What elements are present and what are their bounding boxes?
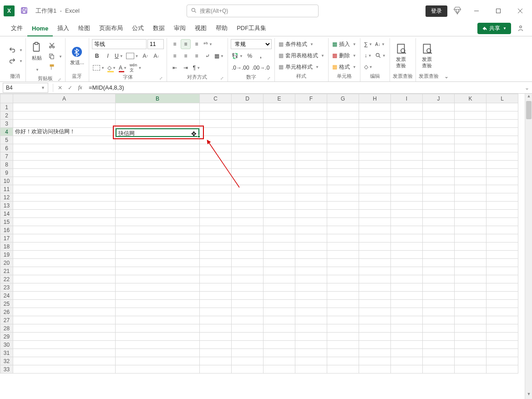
row-header-32[interactable]: 32 (0, 357, 13, 365)
cell-C17[interactable] (200, 234, 232, 242)
coming-soon-icon[interactable] (453, 6, 463, 16)
scroll-down-icon[interactable]: ▼ (525, 392, 532, 399)
expand-formula-bar-button[interactable]: ⌄ (522, 85, 532, 91)
cell-I22[interactable] (391, 275, 423, 283)
cell-H20[interactable] (359, 259, 391, 267)
cell-I25[interactable] (391, 300, 423, 308)
cell-G12[interactable] (327, 193, 359, 202)
cell-L5[interactable] (486, 136, 518, 144)
cell-F11[interactable] (295, 185, 327, 193)
cell-K24[interactable] (455, 292, 486, 300)
cell-I16[interactable] (391, 226, 423, 234)
cell-F33[interactable] (295, 365, 327, 374)
cell-D32[interactable] (232, 357, 263, 365)
cell-E2[interactable] (263, 111, 295, 120)
cell-F26[interactable] (295, 308, 327, 316)
align-left-button[interactable]: ≡ (170, 51, 180, 61)
autosum-button[interactable]: ∑▼ (363, 39, 373, 49)
cell-D19[interactable] (232, 251, 263, 259)
cell-F10[interactable] (295, 177, 327, 185)
cell-G2[interactable] (327, 111, 359, 120)
cell-I27[interactable] (391, 316, 423, 324)
cell-J2[interactable] (423, 111, 455, 120)
cell-H23[interactable] (359, 283, 391, 292)
cell-K3[interactable] (455, 120, 486, 128)
formula-input[interactable]: =MID(A4,8,3) (85, 84, 522, 91)
cell-C21[interactable] (200, 267, 232, 275)
cell-A26[interactable] (13, 308, 116, 316)
cell-F27[interactable] (295, 316, 327, 324)
cell-B24[interactable] (116, 292, 200, 300)
cell-A3[interactable] (13, 120, 116, 128)
cell-G31[interactable] (327, 349, 359, 357)
cell-K29[interactable] (455, 333, 486, 341)
cell-D3[interactable] (232, 120, 263, 128)
cell-H32[interactable] (359, 357, 391, 365)
cell-D25[interactable] (232, 300, 263, 308)
cell-K20[interactable] (455, 259, 486, 267)
cell-C30[interactable] (200, 341, 232, 349)
increase-font-button[interactable]: A↑ (141, 51, 151, 61)
cell-I15[interactable] (391, 218, 423, 226)
clear-button[interactable]: ◇▼ (363, 62, 374, 72)
cell-J8[interactable] (423, 161, 455, 169)
column-header-F[interactable]: F (295, 94, 327, 103)
cell-A33[interactable] (13, 365, 116, 374)
cell-H5[interactable] (359, 136, 391, 144)
cell-K26[interactable] (455, 308, 486, 316)
cell-L11[interactable] (486, 185, 518, 193)
cell-K23[interactable] (455, 283, 486, 292)
row-header-33[interactable]: 33 (0, 365, 13, 374)
cell-H25[interactable] (359, 300, 391, 308)
cell-F9[interactable] (295, 169, 327, 177)
cell-C5[interactable] (200, 136, 232, 144)
cell-G28[interactable] (327, 324, 359, 333)
cell-L3[interactable] (486, 120, 518, 128)
cell-K14[interactable] (455, 210, 486, 218)
cell-C6[interactable] (200, 144, 232, 152)
row-header-20[interactable]: 20 (0, 259, 13, 267)
tab-insert[interactable]: 插入 (53, 21, 74, 36)
cell-B16[interactable] (116, 226, 200, 234)
cell-A20[interactable] (13, 259, 116, 267)
cell-E7[interactable] (263, 152, 295, 161)
cell-B9[interactable] (116, 169, 200, 177)
cell-L20[interactable] (486, 259, 518, 267)
cell-C33[interactable] (200, 365, 232, 374)
row-header-13[interactable]: 13 (0, 202, 13, 210)
cell-E25[interactable] (263, 300, 295, 308)
cell-C18[interactable] (200, 242, 232, 251)
cell-K27[interactable] (455, 316, 486, 324)
cell-K12[interactable] (455, 193, 486, 202)
cell-A4[interactable]: 你好！欢迎访问抉信网！ (13, 128, 116, 136)
cell-G14[interactable] (327, 210, 359, 218)
row-header-4[interactable]: 4 (0, 128, 13, 136)
cell-styles-button[interactable]: ▦单元格样式▼ (278, 62, 325, 72)
cell-D13[interactable] (232, 202, 263, 210)
cell-B13[interactable] (116, 202, 200, 210)
row-header-15[interactable]: 15 (0, 218, 13, 226)
cell-I26[interactable] (391, 308, 423, 316)
cell-A2[interactable] (13, 111, 116, 120)
comma-button[interactable]: , (256, 51, 266, 61)
cell-D11[interactable] (232, 185, 263, 193)
cell-C8[interactable] (200, 161, 232, 169)
cell-G29[interactable] (327, 333, 359, 341)
italic-button[interactable]: I (103, 51, 113, 61)
cell-L12[interactable] (486, 193, 518, 202)
cell-K2[interactable] (455, 111, 486, 120)
cell-I32[interactable] (391, 357, 423, 365)
cell-C20[interactable] (200, 259, 232, 267)
cell-H26[interactable] (359, 308, 391, 316)
cell-J9[interactable] (423, 169, 455, 177)
cell-B12[interactable] (116, 193, 200, 202)
cell-A29[interactable] (13, 333, 116, 341)
currency-button[interactable]: 💱▼ (231, 51, 244, 61)
cell-A30[interactable] (13, 341, 116, 349)
format-cells-button[interactable]: ▦格式▼ (331, 62, 357, 72)
cell-K28[interactable] (455, 324, 486, 333)
row-header-21[interactable]: 21 (0, 267, 13, 275)
cell-A9[interactable] (13, 169, 116, 177)
cell-L30[interactable] (486, 341, 518, 349)
search-input[interactable]: 搜索(Alt+Q) (187, 5, 319, 17)
